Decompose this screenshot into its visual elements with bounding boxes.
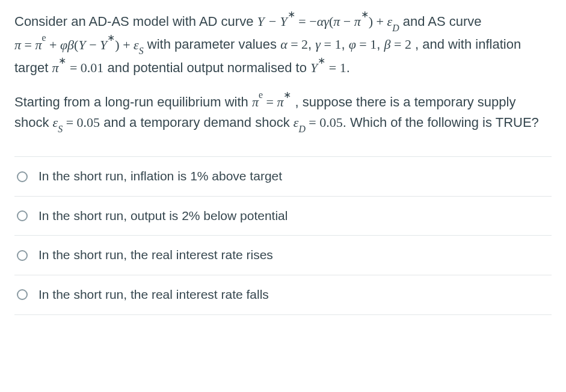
option-3[interactable]: In the short run, the real interest rate… [14,235,552,275]
param-beta: β = 2 [384,37,411,52]
radio-icon [17,210,28,221]
param-alpha: α = 2 [280,37,308,52]
text-fragment: . Which of the following is TRUE? [343,115,539,130]
equation-as: π = πe + φβ(Y − Y∗) + εS [14,37,144,52]
param-y-star: Y∗ = 1 [310,60,346,75]
param-eps-d: εD = 0.05 [294,115,343,130]
equation-ad: Y − Y∗ = −αγ(π − π∗) + εD [257,14,399,29]
question-paragraph-2: Starting from a long-run equilibrium wit… [14,91,552,135]
question-paragraph-1: Consider an AD-AS model with AD curve Y … [14,11,552,78]
question-container: Consider an AD-AS model with AD curve Y … [0,0,566,315]
option-label: In the short run, inflation is 1% above … [38,167,282,186]
option-label: In the short run, output is 2% below pot… [38,206,288,226]
text-fragment: , [377,37,384,52]
param-phi: φ = 1 [349,37,377,52]
param-gamma: γ = 1 [315,37,341,52]
option-label: In the short run, the real interest rate… [38,245,273,265]
text-fragment: and AS curve [403,14,482,29]
option-4[interactable]: In the short run, the real interest rate… [14,275,552,315]
text-fragment: and potential output normalised to [107,60,310,75]
radio-icon [17,171,28,182]
radio-icon [17,289,28,300]
equation-pie: πe = π∗ [252,94,292,109]
option-2[interactable]: In the short run, output is 2% below pot… [14,196,552,236]
text-fragment: Consider an AD-AS model with AD curve [14,14,257,29]
question-stem: Consider an AD-AS model with AD curve Y … [14,11,552,135]
param-pi-star: π∗ = 0.01 [52,60,103,75]
text-fragment: Starting from a long-run equilibrium wit… [14,94,252,109]
radio-icon [17,250,28,261]
text-fragment: , [341,37,348,52]
option-1[interactable]: In the short run, inflation is 1% above … [14,156,552,196]
text-fragment: , [308,37,315,52]
param-eps-s: εS = 0.05 [53,115,100,130]
text-fragment: . [346,60,350,75]
text-fragment: with parameter values [147,37,280,52]
text-fragment: and a temporary demand shock [103,115,294,130]
options-list: In the short run, inflation is 1% above … [14,156,552,314]
option-label: In the short run, the real interest rate… [38,285,269,305]
